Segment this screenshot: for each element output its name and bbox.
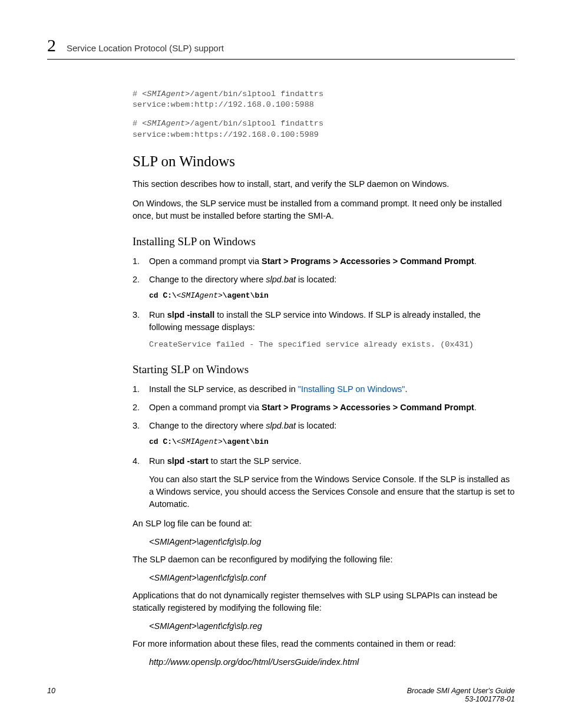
list-item: Open a command prompt via Start > Progra… <box>133 255 515 268</box>
list-item: Install the SLP service, as described in… <box>133 383 515 396</box>
list-item: Change to the directory where slpd.bat i… <box>133 420 515 448</box>
file-path: <SMIAgent>\agent\cfg\slp.reg <box>149 621 515 631</box>
file-path: <SMIAgent>\agent\cfg\slp.log <box>149 537 515 546</box>
page-header: 2 Service Location Protocol (SLP) suppor… <box>47 35 515 60</box>
code-line: cd C:\<SMIAgent>\agent\bin <box>149 437 515 448</box>
page-number: 10 <box>47 687 55 703</box>
paragraph: For more information about these files, … <box>133 638 515 650</box>
list-item: Open a command prompt via Start > Progra… <box>133 401 515 414</box>
code-output: CreateService failed - The specified ser… <box>149 340 515 350</box>
code-line: cd C:\<SMIAgent>\agent\bin <box>149 291 515 302</box>
footer-doc-info: Brocade SMI Agent User's Guide 53-100177… <box>407 687 515 703</box>
heading-starting: Starting SLP on Windows <box>133 363 515 376</box>
paragraph: Applications that do not dynamically reg… <box>133 589 515 614</box>
link-installing[interactable]: "Installing SLP on Windows" <box>298 384 405 394</box>
heading-installing: Installing SLP on Windows <box>133 235 515 248</box>
paragraph: On Windows, the SLP service must be inst… <box>133 197 515 222</box>
install-steps: Open a command prompt via Start > Progra… <box>133 255 515 350</box>
header-title: Service Location Protocol (SLP) support <box>67 43 224 53</box>
code-block-1: # <SMIAgent>/agent/bin/slptool findattrs… <box>133 89 515 110</box>
heading-slp-windows: SLP on Windows <box>133 153 515 170</box>
chapter-number: 2 <box>47 35 56 55</box>
list-item: Change to the directory where slpd.bat i… <box>133 274 515 302</box>
paragraph: The SLP daemon can be reconfigured by mo… <box>133 554 515 566</box>
list-item: Run slpd -start to start the SLP service… <box>133 455 515 510</box>
file-path: <SMIAgent>\agent\cfg\slp.conf <box>149 573 515 582</box>
page-footer: 10 Brocade SMI Agent User's Guide 53-100… <box>47 687 515 703</box>
page-content: # <SMIAgent>/agent/bin/slptool findattrs… <box>133 89 515 667</box>
code-block-2: # <SMIAgent>/agent/bin/slptool findattrs… <box>133 118 515 140</box>
paragraph: This section describes how to install, s… <box>133 178 515 190</box>
paragraph: An SLP log file can be found at: <box>133 518 515 530</box>
list-item: Run slpd -install to install the SLP ser… <box>133 309 515 350</box>
start-steps: Install the SLP service, as described in… <box>133 383 515 510</box>
url-path: http://www.openslp.org/doc/html/UsersGui… <box>149 657 515 667</box>
paragraph: You can also start the SLP service from … <box>149 473 515 510</box>
